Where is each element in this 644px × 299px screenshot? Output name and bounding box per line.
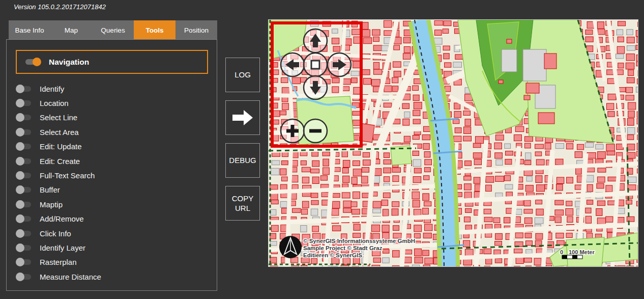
- attribution-line-1: © SynerGIS Informationssysteme GmbH: [303, 238, 415, 244]
- toggle-knob: [16, 142, 24, 151]
- tool-item-label: Identify: [40, 85, 64, 93]
- zoom-in-button[interactable]: [281, 119, 304, 143]
- toggle-knob: [16, 99, 24, 107]
- show-extent-button[interactable]: [304, 53, 327, 76]
- tab-base-info[interactable]: Base Info: [9, 20, 50, 40]
- tool-item-label: Measure Distance: [40, 273, 101, 281]
- toggle-knob: [16, 128, 24, 137]
- tool-item-label: Location: [40, 99, 69, 107]
- toggle-off-icon[interactable]: [16, 187, 31, 193]
- toggle-off-icon[interactable]: [16, 202, 31, 207]
- tool-item-identify-layer[interactable]: Identify Layer: [7, 240, 217, 255]
- toggle-off-icon[interactable]: [16, 144, 31, 149]
- tab-position[interactable]: Position: [175, 20, 217, 40]
- toggle-on-icon[interactable]: [25, 59, 40, 65]
- tool-item-navigation[interactable]: Navigation: [16, 50, 208, 74]
- tool-item-label: Click Info: [40, 229, 71, 238]
- toggle-off-icon[interactable]: [16, 216, 31, 222]
- tool-item-location[interactable]: Location: [7, 96, 217, 110]
- version-label: Version 105.0.2.201712071842: [14, 3, 106, 11]
- toggle-off-icon[interactable]: [16, 86, 31, 92]
- pan-down-button[interactable]: [304, 76, 327, 99]
- toggle-knob: [16, 171, 24, 180]
- tool-item-select-line[interactable]: Select Line: [7, 111, 217, 125]
- copy-url-button[interactable]: COPY URL: [225, 186, 260, 221]
- toggle-knob: [16, 200, 24, 209]
- zoom-out-button[interactable]: [304, 119, 327, 143]
- toggle-knob: [16, 85, 24, 93]
- pan-up-button[interactable]: [304, 29, 327, 52]
- toggle-off-icon[interactable]: [16, 245, 31, 251]
- tool-item-edit-update[interactable]: Edit: Update: [7, 140, 217, 154]
- tool-item-buffer[interactable]: Buffer: [7, 183, 217, 197]
- toggle-knob: [16, 243, 24, 252]
- tool-item-label: Edit: Create: [40, 157, 80, 166]
- pan-left-button[interactable]: [281, 53, 304, 76]
- toggle-knob: [16, 214, 24, 223]
- toggle-knob: [16, 185, 24, 194]
- toggle-off-icon[interactable]: [16, 173, 31, 178]
- toggle-off-icon[interactable]: [16, 115, 31, 120]
- tab-bar: Base InfoMapQueriesToolsPosition: [9, 20, 217, 40]
- tool-item-full-text-search[interactable]: Full-Text Search: [7, 168, 217, 182]
- toggle-knob: [16, 258, 24, 266]
- toggle-knob: [16, 157, 24, 166]
- toggle-off-icon[interactable]: [16, 274, 31, 280]
- attribution-line-3: Editieren © SynerGIS: [303, 252, 362, 258]
- toggle-off-icon[interactable]: [16, 100, 31, 106]
- tool-item-label: Add/Remove: [40, 214, 84, 223]
- tab-queries[interactable]: Queries: [92, 20, 134, 40]
- tool-item-label: Identify Layer: [40, 243, 85, 252]
- arrow-right-icon: [231, 110, 254, 126]
- map-view[interactable]: © SynerGIS Informationssysteme GmbH Samp…: [268, 19, 638, 267]
- tool-item-label: Maptip: [40, 200, 63, 209]
- app-window: Version 105.0.2.201712071842 Base InfoMa…: [0, 0, 644, 299]
- tool-item-click-info[interactable]: Click Info: [7, 226, 217, 240]
- pan-right-button[interactable]: [328, 53, 351, 76]
- compass-icon: [279, 236, 302, 258]
- tab-map[interactable]: Map: [50, 20, 92, 40]
- side-button-column: LOG DEBUG COPY URL: [225, 58, 260, 221]
- forward-arrow-button[interactable]: [225, 100, 260, 135]
- tool-item-label: Rasterplan: [40, 258, 77, 266]
- log-button[interactable]: LOG: [225, 58, 260, 92]
- attribution-line-2: Sample Project © Stadt Graz: [303, 245, 383, 251]
- tools-panel: Navigation IdentifyLocationSelect LineSe…: [6, 39, 217, 291]
- tool-item-label: Navigation: [49, 58, 89, 67]
- tool-item-identify[interactable]: Identify: [7, 81, 217, 96]
- tool-item-label: Buffer: [40, 185, 60, 194]
- tool-item-maptip[interactable]: Maptip: [7, 197, 217, 211]
- scale-distance-label: 100 Meter: [569, 249, 595, 255]
- toggle-knob: [16, 273, 24, 281]
- tool-item-measure-distance[interactable]: Measure Distance: [7, 269, 217, 284]
- toggle-knob: [16, 229, 24, 238]
- toggle-knob: [16, 113, 24, 122]
- tool-item-label: Select Line: [40, 113, 77, 122]
- debug-button[interactable]: DEBUG: [225, 143, 260, 178]
- tool-item-label: Edit: Update: [40, 142, 82, 151]
- toggle-off-icon[interactable]: [16, 129, 31, 135]
- tool-item-edit-create[interactable]: Edit: Create: [7, 154, 217, 168]
- toggle-knob: [33, 58, 41, 66]
- tool-item-label: Full-Text Search: [40, 171, 95, 180]
- tool-item-select-area[interactable]: Select Area: [7, 125, 217, 139]
- tool-list: IdentifyLocationSelect LineSelect AreaEd…: [7, 81, 217, 284]
- scale-zero-label: 0: [560, 249, 563, 255]
- toggle-off-icon[interactable]: [16, 259, 31, 265]
- tool-item-label: Select Area: [40, 128, 79, 137]
- tool-item-rasterplan[interactable]: Rasterplan: [7, 255, 217, 269]
- toggle-off-icon[interactable]: [16, 158, 31, 164]
- tool-item-add-remove[interactable]: Add/Remove: [7, 212, 217, 226]
- tab-tools[interactable]: Tools: [134, 20, 175, 40]
- toggle-off-icon[interactable]: [16, 231, 31, 236]
